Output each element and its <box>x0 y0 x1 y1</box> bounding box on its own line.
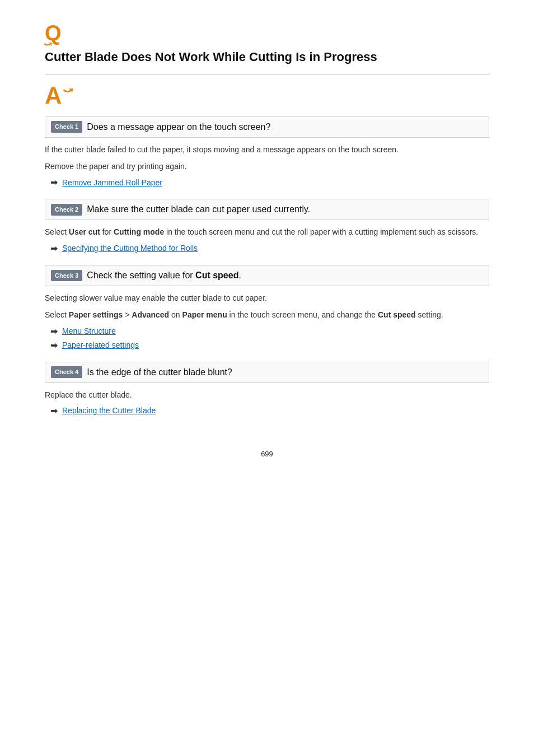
arrow-right-icon: ➡ <box>50 340 58 351</box>
check2-link1-text[interactable]: Specifying the Cutting Method for Rolls <box>62 244 198 253</box>
check1-link1-text[interactable]: Remove Jammed Roll Paper <box>62 178 162 187</box>
check3-heading: Check 3 Check the setting value for Cut … <box>45 265 489 286</box>
check1-para2: Remove the paper and try printing again. <box>45 160 489 172</box>
check2-heading: Check 2 Make sure the cutter blade can c… <box>45 199 489 220</box>
check3-link1-text[interactable]: Menu Structure <box>62 326 116 335</box>
check4-heading-text: Is the edge of the cutter blade blunt? <box>87 366 232 379</box>
page-number: 699 <box>45 450 489 458</box>
check4-link1-text[interactable]: Replacing the Cutter Blade <box>62 406 156 415</box>
check3-badge: Check 3 <box>51 270 82 282</box>
check2-link1[interactable]: ➡ Specifying the Cutting Method for Roll… <box>50 243 489 254</box>
page-container: Q⤻ Cutter Blade Does Not Work While Cutt… <box>0 0 534 492</box>
check2-badge: Check 2 <box>51 204 82 216</box>
page-title: Cutter Blade Does Not Work While Cutting… <box>45 49 489 66</box>
a-icon-area: A⤻ <box>45 84 489 108</box>
arrow-right-icon: ➡ <box>50 243 58 254</box>
check4-section: Check 4 Is the edge of the cutter blade … <box>45 362 489 416</box>
check4-link1[interactable]: ➡ Replacing the Cutter Blade <box>50 405 489 416</box>
check3-link2[interactable]: ➡ Paper-related settings <box>50 340 489 351</box>
check3-para2: Select Paper settings > Advanced on Pape… <box>45 309 489 321</box>
arrow-right-icon: ➡ <box>50 405 58 416</box>
check1-heading: Check 1 Does a message appear on the tou… <box>45 116 489 138</box>
arrow-right-icon: ➡ <box>50 326 58 337</box>
check3-para1: Selecting slower value may enable the cu… <box>45 292 489 304</box>
check1-link1[interactable]: ➡ Remove Jammed Roll Paper <box>50 177 489 188</box>
arrow-right-icon: ➡ <box>50 177 58 188</box>
check3-link1[interactable]: ➡ Menu Structure <box>50 326 489 337</box>
check3-link2-text[interactable]: Paper-related settings <box>62 340 139 349</box>
q-icon: Q⤻ <box>45 22 67 45</box>
check2-para1: Select User cut for Cutting mode in the … <box>45 226 489 238</box>
check2-section: Check 2 Make sure the cutter blade can c… <box>45 199 489 253</box>
check4-badge: Check 4 <box>51 366 82 378</box>
check4-para1: Replace the cutter blade. <box>45 389 489 401</box>
check1-para1: If the cutter blade failed to cut the pa… <box>45 143 489 156</box>
check1-heading-text: Does a message appear on the touch scree… <box>87 120 270 134</box>
title-divider <box>45 74 489 75</box>
a-arrow-icon: ⤻ <box>62 83 72 97</box>
check1-section: Check 1 Does a message appear on the tou… <box>45 116 489 188</box>
a-letter: A <box>45 82 62 109</box>
check3-section: Check 3 Check the setting value for Cut … <box>45 265 489 351</box>
check3-heading-text: Check the setting value for Cut speed. <box>87 269 241 282</box>
q-arrow-icon: ⤻ <box>43 38 50 46</box>
check2-heading-text: Make sure the cutter blade can cut paper… <box>87 203 310 216</box>
check4-heading: Check 4 Is the edge of the cutter blade … <box>45 362 489 383</box>
q-icon-area: Q⤻ <box>45 22 489 47</box>
check1-badge: Check 1 <box>51 121 82 133</box>
